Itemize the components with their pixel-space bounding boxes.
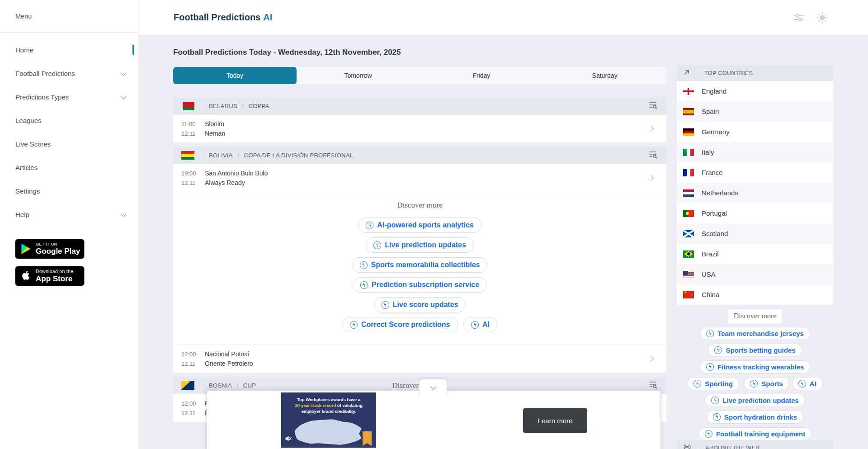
league-list-search-icon[interactable] xyxy=(648,380,657,391)
discover-chip[interactable]: ϟSports xyxy=(744,377,789,390)
mute-speaker-icon[interactable] xyxy=(285,435,292,444)
germany-flag-icon xyxy=(683,128,694,136)
spain-flag-icon xyxy=(683,108,694,115)
bolt-circle-icon: ϟ xyxy=(373,241,381,249)
league-country: BOLIVIA xyxy=(209,152,233,159)
top-countries-title: TOP COUNTRIES xyxy=(704,70,753,76)
country-row-brazil[interactable]: Brazil xyxy=(677,244,833,264)
discover-chip[interactable]: ϟSporting xyxy=(687,377,739,390)
away-team: Oriente Petrolero xyxy=(205,359,253,369)
match-time: 11:00 xyxy=(181,119,200,129)
league-country: BELARUS xyxy=(209,103,237,109)
country-row-spain[interactable]: Spain xyxy=(677,101,833,122)
discover-chip[interactable]: ϟFootball training equipment xyxy=(698,427,812,440)
google-play-line1: GET IT ON xyxy=(36,242,80,246)
country-row-netherlands[interactable]: Netherlands xyxy=(677,183,833,203)
league-list-search-icon[interactable] xyxy=(648,100,657,111)
discover-chip[interactable]: ϟCorrect Score predictions xyxy=(342,317,458,332)
match-time: 22:00 xyxy=(181,350,200,359)
ad-collapse-button[interactable] xyxy=(419,379,447,396)
ad-video-thumbnail[interactable]: Top Workplaces awards have a 20-year tra… xyxy=(281,392,376,448)
country-row-portugal[interactable]: Portugal xyxy=(677,203,833,223)
chevron-down-icon xyxy=(121,70,127,76)
belarus-flag-icon xyxy=(181,102,194,110)
country-row-china[interactable]: China xyxy=(677,284,833,305)
country-row-scotland[interactable]: Scotland xyxy=(677,223,833,244)
country-row-italy[interactable]: Italy xyxy=(677,142,833,162)
england-flag-icon xyxy=(683,88,694,95)
learn-more-button[interactable]: Learn more xyxy=(523,408,587,433)
sidebar-divider xyxy=(0,32,138,33)
discover-chip[interactable]: ϟAI xyxy=(792,377,823,390)
match-date: 12.11 xyxy=(181,359,200,369)
home-team: San Antonio Bulo Bulo xyxy=(205,169,268,178)
ad-text-line1: Top Workplaces awards have a xyxy=(281,397,376,402)
match-time: 19:00 xyxy=(181,169,200,178)
around-web-title: AROUND THE WEB xyxy=(705,445,760,449)
country-row-germany[interactable]: Germany xyxy=(677,122,833,142)
usa-flag-icon xyxy=(683,271,694,278)
bolt-circle-icon: ϟ xyxy=(706,330,714,337)
menu-label: Menu xyxy=(0,0,138,20)
tab-tomorrow[interactable]: Tomorrow xyxy=(297,67,420,84)
country-row-france[interactable]: France xyxy=(677,162,833,183)
match-row-nacional-oriente[interactable]: 22:00 12.11 Nacional Potosí Oriente Petr… xyxy=(173,345,666,373)
discover-chip[interactable]: ϟTeam merchandise jerseys xyxy=(700,327,810,340)
ad-text-highlight: 20-year track record xyxy=(295,403,336,408)
discover-chip[interactable]: ϟLive prediction updates xyxy=(705,394,805,407)
home-team: Nacional Potosí xyxy=(205,350,253,359)
italy-flag-icon xyxy=(683,149,694,156)
match-date: 12.11 xyxy=(181,178,200,188)
match-row-sanantonio-alwaysready[interactable]: 19:00 12.11 San Antonio Bulo Bulo Always… xyxy=(173,164,666,192)
sidebar-item-home[interactable]: Home xyxy=(0,38,138,61)
sidebar-item-predictions-types[interactable]: Predictions Types xyxy=(0,85,138,109)
match-row-slonim-neman[interactable]: 11:00 12.11 Slonim Neman xyxy=(173,115,666,143)
sidebar-item-football-predictions[interactable]: Football Predictions xyxy=(0,61,138,85)
tab-friday[interactable]: Friday xyxy=(420,67,543,84)
league-header: BELARUS | COPPA xyxy=(173,97,666,114)
match-date: 12.11 xyxy=(181,408,200,418)
app-store-line2: App Store xyxy=(36,274,73,284)
bolivia-flag-icon xyxy=(181,151,194,160)
france-flag-icon xyxy=(683,169,694,176)
tab-saturday[interactable]: Saturday xyxy=(543,67,666,84)
page-title: Football PredictionsAI xyxy=(174,12,272,23)
main-content: Football Predictions Today - Wednesday, … xyxy=(173,35,666,426)
discover-chip[interactable]: ϟFitness tracking wearables xyxy=(700,360,811,373)
discover-chip[interactable]: ϟSports betting guides xyxy=(708,344,802,357)
away-team: Neman xyxy=(205,129,225,138)
sidebar-item-live-scores[interactable]: Live Scores xyxy=(0,132,138,156)
arrow-up-right-icon xyxy=(683,69,690,78)
around-the-web-header: AROUND THE WEB xyxy=(677,440,833,449)
discover-chip[interactable]: ϟLive score updates xyxy=(374,297,466,312)
discover-chip[interactable]: ϟPrediction subscription service xyxy=(353,277,487,293)
discover-chip[interactable]: ϟLive prediction updates xyxy=(366,237,474,253)
sidebar-item-help[interactable]: Help xyxy=(0,203,138,226)
tab-today[interactable]: Today xyxy=(173,67,297,84)
country-row-usa[interactable]: USA xyxy=(677,264,833,284)
chevron-right-icon xyxy=(648,356,654,362)
app-store-badge[interactable]: Download on the App Store xyxy=(15,266,85,286)
bolt-circle-icon: ϟ xyxy=(706,363,714,371)
discover-chip[interactable]: ϟAI xyxy=(463,317,497,332)
league-list-search-icon[interactable] xyxy=(648,150,657,161)
light-mode-sun-icon[interactable] xyxy=(816,12,828,24)
sidebar-item-leagues[interactable]: Leagues xyxy=(0,109,138,132)
discover-chip[interactable]: ϟSports memorabilia collectibles xyxy=(352,257,488,273)
bolt-circle-icon: ϟ xyxy=(705,430,712,438)
away-team: Always Ready xyxy=(205,178,268,188)
google-play-line2: Google Play xyxy=(36,247,80,256)
country-row-england[interactable]: England xyxy=(677,81,833,101)
discover-chip[interactable]: ϟAI-powered sports analytics xyxy=(358,217,481,233)
top-countries-header: TOP COUNTRIES xyxy=(677,65,833,81)
google-play-badge[interactable]: GET IT ON Google Play xyxy=(15,239,85,259)
discover-more-label: Discover more xyxy=(728,309,782,323)
chevron-down-icon xyxy=(430,384,436,390)
league-section-belarus: BELARUS | COPPA 11:00 12.11 Slonim Ne xyxy=(173,97,666,143)
home-team: Slonim xyxy=(205,119,225,129)
sidebar-item-settings[interactable]: Settings xyxy=(0,179,138,203)
preferences-sliders-icon[interactable] xyxy=(793,12,805,24)
sidebar-item-articles[interactable]: Articles xyxy=(0,156,138,179)
scotland-flag-icon xyxy=(683,230,694,237)
discover-chip[interactable]: ϟSport hydration drinks xyxy=(707,411,803,424)
